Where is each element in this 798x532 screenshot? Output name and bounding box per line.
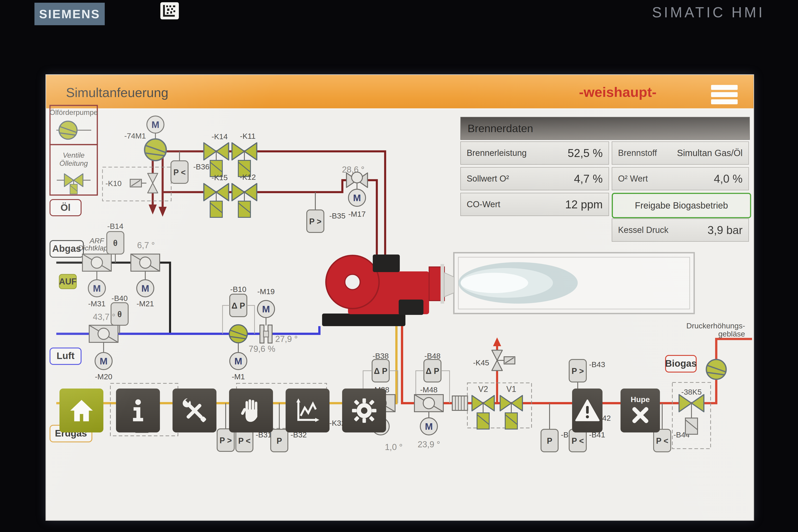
svg-text:Δ P: Δ P <box>231 301 245 310</box>
warning-icon <box>575 398 600 423</box>
svg-text:M: M <box>152 119 159 130</box>
svg-text:P <: P < <box>238 436 250 445</box>
svg-text:Ölleitung: Ölleitung <box>59 159 88 167</box>
tag-b40: -B40 <box>112 294 128 303</box>
value-biogas-temp: 23,9 ° <box>418 440 440 449</box>
svg-text:Δ P: Δ P <box>426 366 439 376</box>
svg-text:P <: P < <box>656 436 668 445</box>
hand-icon <box>238 397 265 424</box>
tag-m21: -M21 <box>136 299 154 308</box>
trend-button[interactable] <box>286 388 329 433</box>
tag-m20: -M20 <box>95 372 112 381</box>
svg-text:ARF: ARF <box>89 237 104 245</box>
valve-k10 <box>148 173 158 193</box>
svg-text:Abgas: Abgas <box>52 243 81 254</box>
abgas-damper-2: 6,7 ° M -M21 <box>131 241 160 308</box>
svg-text:V1: V1 <box>506 384 516 394</box>
svg-text:θ: θ <box>113 239 117 248</box>
tools-button[interactable] <box>173 388 216 433</box>
gear-icon <box>350 397 378 424</box>
svg-text:M: M <box>262 304 270 315</box>
tag-b43: -B43 <box>589 360 605 369</box>
svg-text:P <: P < <box>572 436 584 445</box>
oil-pump-group: M -74M1 <box>124 116 166 160</box>
svg-text:M: M <box>425 421 433 432</box>
oil-pump-icon <box>59 121 77 139</box>
svg-text:AUF: AUF <box>59 277 77 286</box>
oil-control-valve: 28,6 ° M -M17 <box>342 165 367 218</box>
svg-text:P: P <box>277 436 282 445</box>
svg-text:M: M <box>100 356 108 366</box>
svg-text:Ventile: Ventile <box>63 151 85 159</box>
value-air-out-temp: 27,9 ° <box>275 334 298 344</box>
tag-m19: -M19 <box>257 287 274 296</box>
biogas-control-damper: -M48 M 23,9 ° <box>414 385 443 449</box>
svg-text:Biogas: Biogas <box>665 358 697 369</box>
biogas-valve-block: V2 V1 <box>467 383 532 429</box>
oil-pump-box: Ölförderpumpe <box>50 106 97 145</box>
svg-text:M: M <box>141 283 149 294</box>
tag-b35: -B35 <box>329 211 345 220</box>
trend-icon <box>294 397 322 424</box>
oil-pump-74m1 <box>145 139 166 160</box>
value-oil-temp: 28,6 ° <box>342 165 364 174</box>
svg-text:Δ P: Δ P <box>374 366 387 376</box>
tag-m17: -M17 <box>348 210 365 218</box>
tag-m48: -M48 <box>420 385 437 394</box>
value-abgas-temp: 6,7 ° <box>137 241 155 250</box>
svg-text:gebläse: gebläse <box>718 329 745 338</box>
tag-b48: -B48 <box>424 352 440 360</box>
value-fan-speed: 79,6 % <box>249 344 275 354</box>
valve-k15: -K15 <box>204 173 229 217</box>
boiler-chamber <box>454 253 694 314</box>
sensor-b35: P > -B35 <box>307 192 345 232</box>
settings-button[interactable] <box>342 388 386 433</box>
svg-text:P <: P < <box>173 168 186 177</box>
valve-k45-group: -K45 <box>473 350 515 370</box>
luft-button[interactable]: Luft <box>50 348 81 364</box>
mute-x-icon <box>629 404 651 426</box>
svg-text:-K11: -K11 <box>240 132 255 140</box>
value-air-in-temp: 43,7 ° <box>93 312 115 322</box>
flame <box>458 262 578 304</box>
value-erdgas-pos: 1,0 ° <box>385 442 403 452</box>
svg-text:Luft: Luft <box>57 350 74 361</box>
tag-b10: -B10 <box>230 285 246 293</box>
manual-mode-button[interactable] <box>229 388 273 433</box>
svg-text:P >: P > <box>220 436 232 445</box>
oil-valve-box: Ventile Ölleitung <box>50 145 97 195</box>
tag-k10: -K10 <box>106 179 121 188</box>
tag-k45: -K45 <box>473 358 489 367</box>
tag-b36: -B36 <box>193 163 209 171</box>
svg-text:Druckerhöhungs-: Druckerhöhungs- <box>686 321 745 330</box>
gas-filter <box>452 396 468 411</box>
svg-text:-K15: -K15 <box>211 173 228 182</box>
svg-text:-K14: -K14 <box>211 132 228 141</box>
valve-k12: -K12 <box>232 173 257 217</box>
tag-m1: -M1 <box>232 372 245 381</box>
oil-pump-box-title: Ölförderpumpe <box>50 108 97 116</box>
hupe-label: Hupe <box>631 395 650 404</box>
svg-text:M: M <box>234 356 242 366</box>
tag-m31: -M31 <box>88 299 106 308</box>
valve-k11: -K11 <box>232 132 257 176</box>
tag-38k5: -38K5 <box>681 387 702 396</box>
svg-text:Öl: Öl <box>61 202 71 213</box>
info-icon <box>125 397 152 424</box>
air-control-damper: -M19 M 27,9 ° <box>257 287 298 344</box>
hupe-button[interactable]: Hupe <box>621 388 660 433</box>
piping-diagram: Ölförderpumpe Ventile Ölleitung Öl M -74… <box>0 0 798 532</box>
svg-text:P >: P > <box>309 217 321 226</box>
burner <box>322 254 454 326</box>
valve-k10-group: -K10 <box>102 167 171 201</box>
svg-text:θ: θ <box>117 310 121 319</box>
oel-button[interactable]: Öl <box>50 200 81 216</box>
info-button[interactable] <box>116 388 160 433</box>
svg-text:P: P <box>547 436 552 445</box>
svg-text:-K12: -K12 <box>240 173 256 181</box>
alarm-button[interactable] <box>572 388 603 433</box>
tag-b38: -B38 <box>373 352 389 360</box>
tag-b14: -B14 <box>107 222 124 230</box>
home-button[interactable] <box>59 388 103 433</box>
biogas-button[interactable]: Biogas <box>665 356 697 372</box>
